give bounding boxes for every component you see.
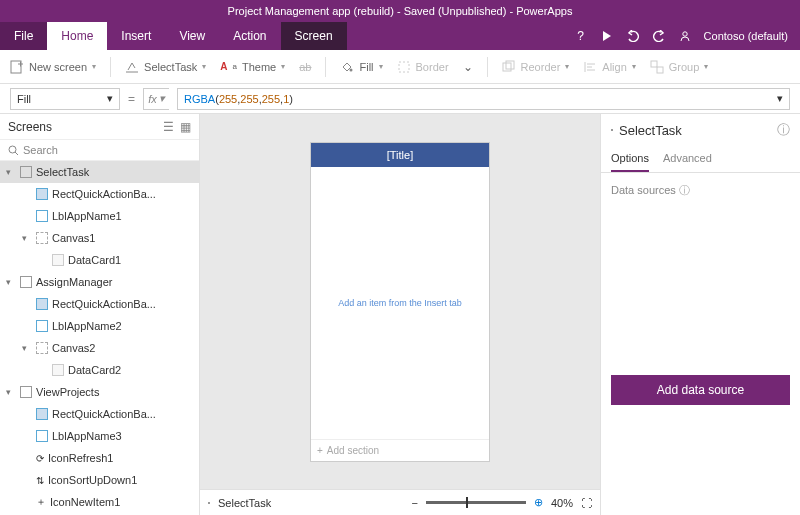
- svg-rect-6: [651, 61, 657, 67]
- phone-body-hint: Add an item from the Insert tab: [311, 167, 489, 439]
- zoom-out-button[interactable]: −: [412, 497, 418, 509]
- app-title: Project Management app (rebuild) - Saved…: [228, 5, 573, 17]
- tab-advanced[interactable]: Advanced: [663, 146, 712, 172]
- tree-screen-viewprojects[interactable]: ▾ViewProjects: [0, 381, 199, 403]
- tree-item[interactable]: DataCard1: [0, 249, 199, 271]
- ribbon: New screen▾ SelectTask▾ Aa Theme▾ ab Fil…: [0, 50, 800, 84]
- screens-tree: ▾SelectTask RectQuickActionBa... LblAppN…: [0, 161, 199, 515]
- play-icon[interactable]: [600, 29, 614, 43]
- screens-panel-title: Screens: [8, 120, 52, 134]
- formula-expand-icon[interactable]: ▾: [777, 92, 783, 105]
- help-icon[interactable]: ⓘ: [679, 184, 690, 196]
- svg-point-2: [350, 68, 353, 71]
- account-label[interactable]: Contoso (default): [704, 30, 788, 42]
- tree-item[interactable]: LblAppName3: [0, 425, 199, 447]
- tree-item[interactable]: ⟳IconRefresh1: [0, 447, 199, 469]
- menu-screen[interactable]: Screen: [281, 22, 347, 50]
- tree-item[interactable]: LblAppName1: [0, 205, 199, 227]
- properties-panel: SelectTask ⓘ Options Advanced Data sourc…: [600, 114, 800, 515]
- menu-bar: File Home Insert View Action Screen ? Co…: [0, 22, 800, 50]
- properties-title: SelectTask: [619, 123, 682, 138]
- svg-rect-1: [11, 61, 21, 73]
- fit-to-window-icon[interactable]: ⛶: [581, 497, 592, 509]
- align-dropdown: Align▾: [583, 60, 635, 74]
- phone-title-bar: [Title]: [311, 143, 489, 167]
- add-data-source-button[interactable]: Add data source: [611, 375, 790, 405]
- data-sources-label: Data sources: [611, 184, 676, 196]
- group-dropdown: Group▾: [650, 60, 709, 74]
- title-bar: Project Management app (rebuild) - Saved…: [0, 0, 800, 22]
- zoom-slider[interactable]: [426, 501, 526, 504]
- phone-preview[interactable]: [Title] Add an item from the Insert tab …: [310, 142, 490, 462]
- svg-rect-3: [399, 62, 409, 72]
- thumbnail-view-icon[interactable]: ▦: [180, 120, 191, 134]
- zoom-level: 40%: [551, 497, 573, 509]
- svg-rect-4: [503, 63, 511, 71]
- formula-bar: Fill▾ = fx▾ RGBA(255,255,255,1) ▾: [0, 84, 800, 114]
- canvas-footer: SelectTask − ⊕ 40% ⛶: [200, 489, 600, 515]
- tree-item[interactable]: RectQuickActionBa...: [0, 183, 199, 205]
- svg-point-0: [682, 32, 686, 36]
- svg-rect-5: [506, 61, 514, 69]
- border-dropdown: Border: [397, 60, 449, 74]
- tree-item[interactable]: RectQuickActionBa...: [0, 293, 199, 315]
- zoom-in-button[interactable]: ⊕: [534, 496, 543, 509]
- control-name-dropdown[interactable]: SelectTask▾: [125, 60, 206, 74]
- undo-icon[interactable]: [626, 29, 640, 43]
- tab-options[interactable]: Options: [611, 146, 649, 172]
- reorder-dropdown: Reorder▾: [502, 60, 570, 74]
- add-section-button[interactable]: +Add section: [311, 439, 489, 461]
- property-selector[interactable]: Fill▾: [10, 88, 120, 110]
- fill-dropdown[interactable]: Fill▾: [340, 60, 382, 74]
- tree-item[interactable]: LblAppName2: [0, 315, 199, 337]
- formula-input[interactable]: RGBA(255,255,255,1) ▾: [177, 88, 790, 110]
- menu-view[interactable]: View: [165, 22, 219, 50]
- tree-item[interactable]: DataCard2: [0, 359, 199, 381]
- strikethrough-button: ab: [299, 61, 311, 73]
- equals-icon: =: [128, 92, 135, 106]
- svg-rect-7: [657, 67, 663, 73]
- tree-item[interactable]: RectQuickActionBa...: [0, 403, 199, 425]
- user-icon[interactable]: [678, 29, 692, 43]
- theme-dropdown[interactable]: Aa Theme▾: [220, 61, 285, 73]
- tree-item[interactable]: ＋IconNewItem1: [0, 491, 199, 513]
- tree-item[interactable]: ⇅IconSortUpDown1: [0, 469, 199, 491]
- search-box[interactable]: Search: [0, 140, 199, 161]
- new-screen-button[interactable]: New screen▾: [10, 60, 96, 74]
- screens-panel: Screens ☰ ▦ Search ▾SelectTask RectQuick…: [0, 114, 200, 515]
- screen-icon: [611, 129, 613, 131]
- menu-file[interactable]: File: [0, 22, 47, 50]
- redo-icon[interactable]: [652, 29, 666, 43]
- menu-action[interactable]: Action: [219, 22, 280, 50]
- footer-screen-name: SelectTask: [218, 497, 271, 509]
- tree-screen-selecttask[interactable]: ▾SelectTask: [0, 161, 199, 183]
- svg-point-8: [9, 146, 16, 153]
- tree-item[interactable]: ▾Canvas2: [0, 337, 199, 359]
- menu-home[interactable]: Home: [47, 22, 107, 50]
- tree-screen-assignmanager[interactable]: ▾AssignManager: [0, 271, 199, 293]
- help-icon[interactable]: ?: [574, 29, 588, 43]
- fx-icon[interactable]: fx▾: [143, 88, 169, 110]
- tree-item[interactable]: ▾Canvas1: [0, 227, 199, 249]
- tree-view-icon[interactable]: ☰: [163, 120, 174, 134]
- help-icon[interactable]: ⓘ: [777, 121, 790, 139]
- screen-icon: [208, 502, 210, 504]
- canvas-area: [Title] Add an item from the Insert tab …: [200, 114, 600, 515]
- menu-insert[interactable]: Insert: [107, 22, 165, 50]
- expand-formatting-icon[interactable]: ⌄: [463, 60, 473, 74]
